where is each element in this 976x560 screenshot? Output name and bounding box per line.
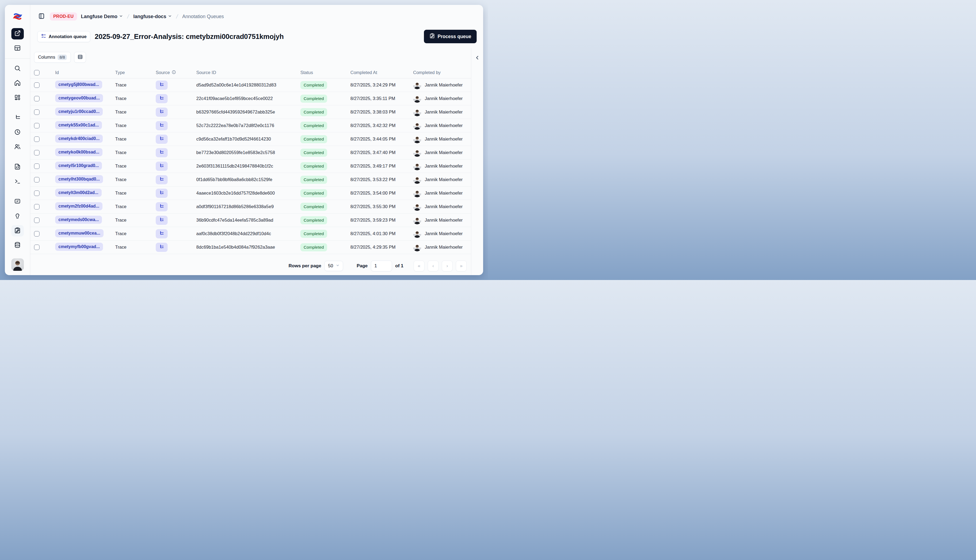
type-label: Trace xyxy=(115,110,127,114)
project-switcher[interactable]: langfuse-docs xyxy=(133,14,172,20)
source-id-value: 4aaece1603cb2e16dd757f28de8de600 xyxy=(196,190,275,195)
table-row[interactable]: cmetyko0k00bsad... Trace be7723e30d80205… xyxy=(30,146,471,160)
process-queue-button[interactable]: Process queue xyxy=(424,30,477,43)
sidebar-item-sessions[interactable] xyxy=(12,127,24,138)
table-row[interactable]: cmetyk55x00c1ad... Trace 52c72c2222ea78e… xyxy=(30,119,471,132)
trace-source-chip[interactable] xyxy=(156,188,168,198)
table-row[interactable]: cmetylht300bqad0... Trace 0f1dd65b7bb9bf… xyxy=(30,173,471,187)
row-checkbox[interactable] xyxy=(34,190,40,196)
table-row[interactable]: cmetyl5r100grad0... Trace 2e603f31361115… xyxy=(30,160,471,173)
first-page-button[interactable]: « xyxy=(414,260,424,272)
sidebar-toggle-button[interactable] xyxy=(37,12,46,21)
page-number-input[interactable] xyxy=(371,260,392,272)
item-id-link[interactable]: cmetyg5j800bwad... xyxy=(55,80,102,88)
sidebar-item-tracing[interactable] xyxy=(12,112,24,123)
completed-by-name: Jannik Maierhoefer xyxy=(425,190,462,196)
completed-at-value: 8/27/2025, 3:42:32 PM xyxy=(350,123,395,128)
row-checkbox[interactable] xyxy=(34,204,40,210)
sidebar-item-evaluation[interactable] xyxy=(12,196,24,207)
open-external-button[interactable] xyxy=(12,28,24,40)
source-id-value: aaf0c38db0f3f2048b24dd229df10d4c xyxy=(196,231,271,236)
trace-source-chip[interactable] xyxy=(156,80,168,90)
trace-source-chip[interactable] xyxy=(156,135,168,144)
table-row[interactable]: cmetymeds00cwa... Trace 36b90cdfc47e5da1… xyxy=(30,213,471,227)
next-page-button[interactable]: › xyxy=(442,260,452,272)
item-id-link[interactable]: cmetyju1r00ccad0... xyxy=(55,108,103,116)
row-checkbox[interactable] xyxy=(34,218,40,223)
trace-source-chip[interactable] xyxy=(156,216,168,225)
last-page-button[interactable]: » xyxy=(456,260,467,272)
row-checkbox[interactable] xyxy=(34,245,40,250)
row-checkbox[interactable] xyxy=(34,123,40,128)
column-header-status[interactable]: Status xyxy=(300,70,350,75)
column-header-completed-at[interactable]: Completed At xyxy=(350,70,413,75)
column-header-source[interactable]: Source xyxy=(156,70,196,75)
trace-tree-icon xyxy=(159,150,164,156)
item-id-link[interactable]: cmetylht300bqad0... xyxy=(55,175,103,183)
table-row[interactable]: cmetygeov00buad... Trace 22c41f09acae5b1… xyxy=(30,92,471,105)
table-row[interactable]: cmetyju1r00ccad0... Trace b63297665cfd44… xyxy=(30,105,471,119)
user-avatar[interactable] xyxy=(12,258,24,271)
sidebar-item-prompts[interactable] xyxy=(12,162,24,173)
sidebar-item-search[interactable] xyxy=(12,63,24,74)
sidebar-item-dashboards[interactable] xyxy=(12,92,24,103)
sidebar-item-datasets[interactable] xyxy=(12,240,24,251)
table-row[interactable]: cmetymmuw00cea... Trace aaf0c38db0f3f204… xyxy=(30,227,471,240)
panel-left-icon xyxy=(38,13,45,20)
completed-by-avatar xyxy=(413,203,421,211)
row-checkbox[interactable] xyxy=(34,110,40,115)
trace-source-chip[interactable] xyxy=(156,148,168,157)
column-header-completed-by[interactable]: Completed by xyxy=(413,70,471,75)
table-row[interactable]: cmetym2fz00d4ad... Trace a0df3f901167218… xyxy=(30,200,471,213)
row-checkbox[interactable] xyxy=(34,163,40,169)
expand-side-panel-button[interactable] xyxy=(473,54,481,62)
sidebar-item-playground[interactable] xyxy=(12,176,24,187)
item-id-link[interactable]: cmetym2fz00d4ad... xyxy=(55,202,102,210)
column-header-type[interactable]: Type xyxy=(115,70,156,75)
sidebar-item-tables[interactable] xyxy=(12,43,24,54)
annotation-queue-badge[interactable]: Annotation queue xyxy=(37,31,90,42)
row-checkbox[interactable] xyxy=(34,96,40,102)
item-id-link[interactable]: cmetymeds00cwa... xyxy=(55,216,102,224)
row-checkbox[interactable] xyxy=(34,82,40,88)
sidebar-item-insights[interactable] xyxy=(12,210,24,222)
item-id-link[interactable]: cmetyko0k00bsad... xyxy=(55,148,102,156)
table-row[interactable]: cmetyg5j800bwad... Trace d5ad9d52a00c6e1… xyxy=(30,78,471,92)
rows-per-page-select[interactable]: 50 xyxy=(324,261,343,271)
column-header-id[interactable]: Id xyxy=(55,70,115,75)
select-all-checkbox[interactable] xyxy=(34,70,40,75)
file-code-icon xyxy=(14,163,21,171)
sidebar-item-users[interactable] xyxy=(12,142,24,153)
prev-page-button[interactable]: ‹ xyxy=(428,260,439,272)
table-row[interactable]: cmetylt3m00d2ad... Trace 4aaece1603cb2e1… xyxy=(30,187,471,200)
row-checkbox[interactable] xyxy=(34,150,40,155)
item-id-link[interactable]: cmetyk55x00c1ad... xyxy=(55,121,102,129)
trace-source-chip[interactable] xyxy=(156,121,168,130)
trace-source-chip[interactable] xyxy=(156,229,168,238)
item-id-link[interactable]: cmetyl5r100grad0... xyxy=(55,162,102,170)
completed-at-value: 8/27/2025, 3:49:17 PM xyxy=(350,163,395,168)
row-checkbox[interactable] xyxy=(34,177,40,182)
item-id-link[interactable]: cmetygeov00buad... xyxy=(55,94,103,102)
trace-source-chip[interactable] xyxy=(156,162,168,171)
row-height-button[interactable] xyxy=(74,52,86,63)
sidebar-item-annotation-queues[interactable] xyxy=(12,225,24,237)
row-checkbox[interactable] xyxy=(34,137,40,142)
item-id-link[interactable]: cmetylt3m00d2ad... xyxy=(55,188,102,197)
column-header-source-id[interactable]: Source ID xyxy=(196,70,300,75)
trace-source-chip[interactable] xyxy=(156,243,168,252)
item-id-link[interactable]: cmetykdr400ciad0... xyxy=(55,135,103,143)
status-badge: Completed xyxy=(300,162,327,170)
table-row[interactable]: cmetymyfb00gvad... Trace 8dc69b1ba1e540b… xyxy=(30,240,471,254)
table-row[interactable]: cmetykdr400ciad0... Trace c9d56ca32efaff… xyxy=(30,132,471,146)
row-checkbox[interactable] xyxy=(34,231,40,237)
org-switcher[interactable]: Langfuse Demo xyxy=(81,14,123,20)
item-id-link[interactable]: cmetymmuw00cea... xyxy=(55,229,103,237)
trace-source-chip[interactable] xyxy=(156,175,168,184)
trace-source-chip[interactable] xyxy=(156,202,168,212)
trace-source-chip[interactable] xyxy=(156,94,168,103)
trace-source-chip[interactable] xyxy=(156,108,168,117)
item-id-link[interactable]: cmetymyfb00gvad... xyxy=(55,243,103,251)
columns-button[interactable]: Columns 8/8 xyxy=(34,52,71,63)
sidebar-item-home[interactable] xyxy=(12,78,24,89)
